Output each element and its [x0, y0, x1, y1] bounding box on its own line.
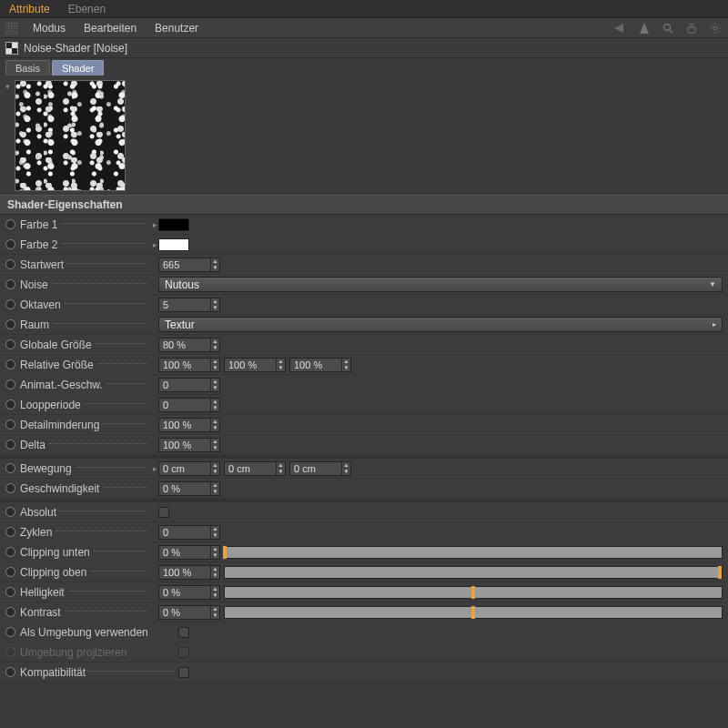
anim-toggle[interactable] [5, 527, 15, 537]
slider-clip-unten[interactable] [224, 546, 723, 559]
anim-toggle[interactable] [5, 259, 15, 269]
svg-line-11 [718, 25, 719, 25]
disclosure-icon[interactable]: ▾ [5, 80, 15, 191]
chevron-down-icon: ▼ [709, 280, 716, 288]
checkbox-kompat[interactable] [178, 667, 189, 678]
slider-helligkeit[interactable] [224, 586, 723, 599]
row-startwert: Startwert 665▲▼ [0, 255, 728, 275]
input-clip-unten[interactable]: 0 %▲▼ [158, 545, 220, 560]
input-zyklen[interactable]: 0▲▼ [158, 525, 220, 540]
slider-thumb[interactable] [471, 586, 475, 599]
subtab-shader[interactable]: Shader [52, 60, 104, 76]
svg-rect-2 [688, 27, 695, 33]
input-detail[interactable]: 100 %▲▼ [158, 418, 220, 432]
input-anim[interactable]: 0▲▼ [158, 378, 220, 392]
input-oktaven[interactable]: 5▲▼ [158, 298, 220, 312]
anim-toggle[interactable] [5, 239, 15, 249]
row-detail: Detailminderung 100 %▲▼ [0, 415, 728, 435]
menu-modus[interactable]: Modus [24, 22, 75, 35]
panel-tabs: Attribute Ebenen [0, 0, 728, 18]
slider-kontrast[interactable] [224, 606, 723, 619]
anim-toggle[interactable] [5, 219, 15, 229]
input-loop[interactable]: 0▲▼ [158, 398, 220, 412]
search-icon[interactable] [661, 21, 675, 35]
back-arrow-icon[interactable] [613, 21, 628, 35]
checkbox-absolut[interactable] [158, 507, 169, 518]
input-rel-y[interactable]: 100 %▲▼ [224, 358, 286, 372]
color-swatch-2[interactable] [158, 238, 189, 251]
input-helligkeit[interactable]: 0 %▲▼ [158, 585, 220, 600]
input-rel-x[interactable]: 100 %▲▼ [158, 358, 220, 372]
input-startwert[interactable]: 665▲▼ [158, 258, 220, 272]
svg-point-3 [713, 26, 717, 30]
label: Animat.-Geschw. [20, 379, 103, 391]
input-geschw[interactable]: 0 %▲▼ [158, 481, 220, 496]
color-swatch-1[interactable] [158, 218, 189, 231]
input-bew-y[interactable]: 0 cm▲▼ [224, 461, 286, 476]
expand-icon[interactable]: ▸ [151, 220, 158, 229]
label: Relative Größe [20, 359, 94, 371]
slider-thumb[interactable] [223, 546, 227, 559]
up-arrow-icon[interactable] [637, 21, 652, 35]
checkbox-als-umgebung[interactable] [178, 627, 189, 638]
subtab-basis[interactable]: Basis [5, 60, 50, 76]
row-absolut: Absolut [0, 502, 728, 522]
anim-toggle[interactable] [5, 319, 15, 329]
menu-bearbeiten[interactable]: Bearbeiten [75, 22, 146, 35]
label: Umgebung projizieren [20, 646, 126, 659]
object-title-row: Noise-Shader [Noise] [0, 38, 728, 58]
input-kontrast[interactable]: 0 %▲▼ [158, 605, 220, 620]
anim-toggle[interactable] [5, 420, 15, 430]
row-kontrast: Kontrast 0 %▲▼ [0, 602, 728, 622]
anim-toggle[interactable] [5, 627, 15, 637]
noise-preview[interactable] [15, 80, 126, 191]
checkbox-umg-proj [178, 647, 189, 658]
anim-toggle[interactable] [5, 399, 15, 410]
input-delta[interactable]: 100 %▲▼ [158, 438, 220, 452]
combo-raum[interactable]: Textur▸ [158, 317, 723, 332]
lock-icon[interactable] [684, 21, 699, 35]
anim-toggle[interactable] [5, 279, 15, 289]
row-farbe1: Farbe 1 ▸ [0, 215, 728, 235]
label: Globale Größe [20, 339, 92, 351]
tab-ebenen[interactable]: Ebenen [59, 0, 115, 17]
properties: Farbe 1 ▸ Farbe 2 ▸ Startwert 665▲▼ Nois… [0, 215, 728, 682]
input-rel-z[interactable]: 100 %▲▼ [289, 358, 351, 372]
tab-attribute[interactable]: Attribute [0, 0, 59, 17]
input-bew-x[interactable]: 0 cm▲▼ [158, 461, 220, 476]
row-geschw: Geschwindigkeit 0 %▲▼ [0, 479, 728, 499]
input-clip-oben[interactable]: 100 %▲▼ [158, 565, 220, 580]
svg-line-8 [712, 25, 713, 25]
anim-toggle[interactable] [5, 587, 15, 597]
noise-shader-icon [5, 42, 18, 55]
anim-toggle[interactable] [5, 379, 15, 389]
menu-benutzer[interactable]: Benutzer [146, 22, 207, 35]
anim-toggle[interactable] [5, 440, 15, 450]
label: Detailminderung [20, 419, 99, 431]
svg-point-0 [664, 24, 671, 30]
slider-thumb[interactable] [471, 606, 475, 619]
gear-icon[interactable] [708, 21, 723, 35]
label: Loopperiode [20, 399, 81, 411]
label: Farbe 2 [20, 238, 57, 251]
anim-toggle[interactable] [5, 463, 15, 473]
svg-line-10 [712, 30, 713, 31]
anim-toggle[interactable] [5, 359, 15, 369]
anim-toggle[interactable] [5, 607, 15, 617]
row-noise: Noise Nutous▼ [0, 275, 728, 295]
input-bew-z[interactable]: 0 cm▲▼ [289, 461, 351, 476]
slider-clip-oben[interactable] [224, 566, 723, 579]
anim-toggle[interactable] [5, 667, 15, 677]
anim-toggle[interactable] [5, 299, 15, 309]
input-glob[interactable]: 80 %▲▼ [158, 338, 220, 352]
anim-toggle[interactable] [5, 547, 15, 557]
anim-toggle[interactable] [5, 567, 15, 577]
expand-icon[interactable]: ▸ [151, 240, 158, 249]
anim-toggle[interactable] [5, 339, 15, 349]
slider-thumb[interactable] [718, 566, 722, 579]
anim-toggle[interactable] [5, 483, 15, 493]
anim-toggle[interactable] [5, 507, 15, 517]
label: Helligkeit [20, 586, 65, 599]
expand-icon[interactable]: ▸ [151, 464, 158, 473]
combo-noise[interactable]: Nutous▼ [158, 277, 723, 292]
